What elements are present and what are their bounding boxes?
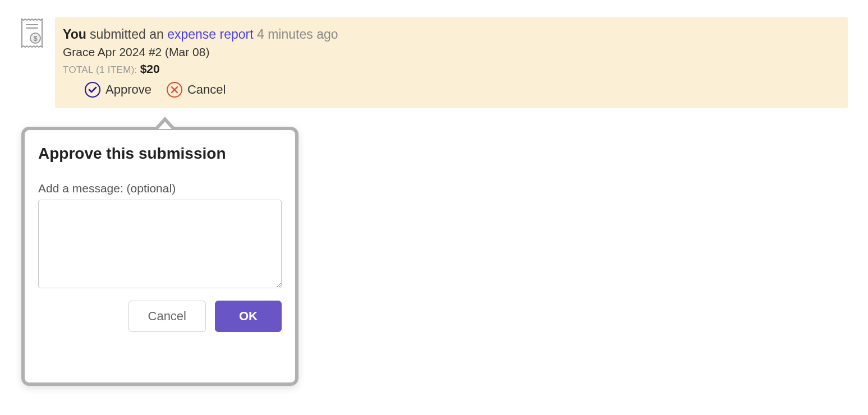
check-circle-icon bbox=[84, 81, 101, 98]
total-value: $20 bbox=[140, 62, 160, 75]
cancel-label: Cancel bbox=[187, 82, 226, 97]
x-circle-icon bbox=[166, 81, 183, 98]
approve-label: Approve bbox=[105, 82, 151, 97]
popover-arrow bbox=[155, 117, 175, 128]
popover-cancel-button[interactable]: Cancel bbox=[128, 301, 206, 332]
receipt-icon: $ bbox=[20, 18, 44, 48]
popover-ok-button[interactable]: OK bbox=[215, 301, 282, 332]
action-text: submitted an bbox=[86, 27, 167, 42]
submission-card: You submitted an expense report 4 minute… bbox=[55, 17, 848, 108]
cancel-button[interactable]: Cancel bbox=[166, 81, 226, 98]
popover-title: Approve this submission bbox=[38, 145, 282, 163]
total-line: TOTAL (1 ITEM): $20 bbox=[63, 62, 837, 76]
submission-headline: You submitted an expense report 4 minute… bbox=[63, 27, 837, 42]
svg-point-4 bbox=[85, 82, 100, 97]
expense-report-link[interactable]: expense report bbox=[167, 27, 253, 42]
svg-text:$: $ bbox=[33, 34, 38, 43]
actor-label: You bbox=[63, 27, 86, 42]
report-name: Grace Apr 2024 #2 (Mar 08) bbox=[63, 45, 837, 59]
popover-button-row: Cancel OK bbox=[38, 301, 282, 332]
message-textarea[interactable] bbox=[38, 200, 282, 288]
total-label: TOTAL (1 ITEM): bbox=[63, 64, 140, 75]
activity-row: $ You submitted an expense report 4 minu… bbox=[0, 0, 868, 125]
timestamp: 4 minutes ago bbox=[257, 27, 338, 42]
approve-popover: Approve this submission Add a message: (… bbox=[21, 127, 298, 386]
card-actions: Approve Cancel bbox=[63, 81, 837, 98]
message-label: Add a message: (optional) bbox=[38, 182, 282, 195]
approve-button[interactable]: Approve bbox=[84, 81, 151, 98]
